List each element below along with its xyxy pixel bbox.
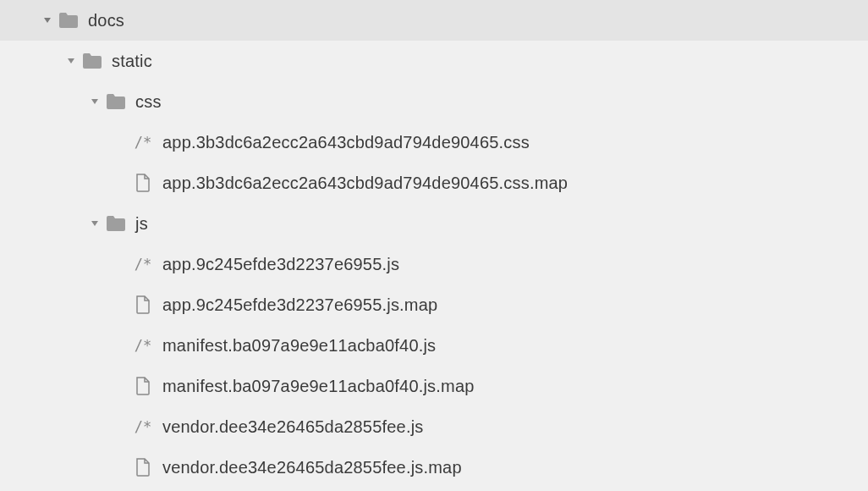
file-icon	[132, 377, 154, 395]
tree-file[interactable]: /* manifest.ba097a9e9e11acba0f40.js	[0, 325, 868, 366]
disclosure-triangle-icon[interactable]	[41, 14, 54, 27]
file-label: vendor.dee34e26465da2855fee.js.map	[162, 458, 462, 477]
file-icon	[132, 458, 154, 477]
tree-file[interactable]: /* app.3b3dc6a2ecc2a643cbd9ad794de90465.…	[0, 122, 868, 163]
tree-folder-js[interactable]: js	[0, 203, 868, 244]
file-label: vendor.dee34e26465da2855fee.js	[162, 417, 424, 437]
file-tree: docs static css /* app.3b3dc6a2ecc2a643c…	[0, 0, 868, 491]
file-label: manifest.ba097a9e9e11acba0f40.js.map	[162, 377, 475, 396]
disclosure-triangle-icon[interactable]	[64, 54, 78, 68]
file-label: app.3b3dc6a2ecc2a643cbd9ad794de90465.css	[162, 133, 530, 152]
css-file-icon: /*	[132, 133, 154, 152]
disclosure-triangle-icon[interactable]	[88, 95, 102, 108]
tree-file[interactable]: vendor.dee34e26465da2855fee.js.map	[0, 447, 868, 488]
file-label: app.9c245efde3d2237e6955.js	[162, 255, 399, 274]
folder-icon	[105, 214, 127, 233]
tree-folder-static[interactable]: static	[0, 41, 868, 81]
folder-icon	[105, 92, 127, 111]
file-icon	[132, 295, 154, 314]
tree-folder-docs[interactable]: docs	[0, 0, 868, 41]
folder-label: js	[135, 214, 148, 234]
tree-file[interactable]: app.9c245efde3d2237e6955.js.map	[0, 284, 868, 325]
folder-icon	[58, 11, 80, 30]
disclosure-triangle-icon[interactable]	[88, 217, 102, 230]
tree-folder-css[interactable]: css	[0, 81, 868, 122]
js-file-icon: /*	[132, 336, 154, 355]
tree-file[interactable]: /* vendor.dee34e26465da2855fee.js	[0, 406, 868, 447]
tree-file[interactable]: /* app.9c245efde3d2237e6955.js	[0, 244, 868, 284]
file-icon	[132, 174, 154, 192]
folder-icon	[81, 52, 103, 70]
file-label: app.9c245efde3d2237e6955.js.map	[162, 295, 437, 315]
folder-label: css	[135, 92, 162, 112]
file-label: app.3b3dc6a2ecc2a643cbd9ad794de90465.css…	[162, 174, 568, 193]
js-file-icon: /*	[132, 417, 154, 436]
tree-file[interactable]: app.3b3dc6a2ecc2a643cbd9ad794de90465.css…	[0, 163, 868, 203]
folder-label: static	[112, 52, 152, 71]
js-file-icon: /*	[132, 255, 154, 273]
folder-label: docs	[88, 11, 124, 30]
tree-file[interactable]: manifest.ba097a9e9e11acba0f40.js.map	[0, 366, 868, 406]
file-label: manifest.ba097a9e9e11acba0f40.js	[162, 336, 436, 356]
tree-file-index[interactable]: <> index.html	[0, 488, 868, 491]
